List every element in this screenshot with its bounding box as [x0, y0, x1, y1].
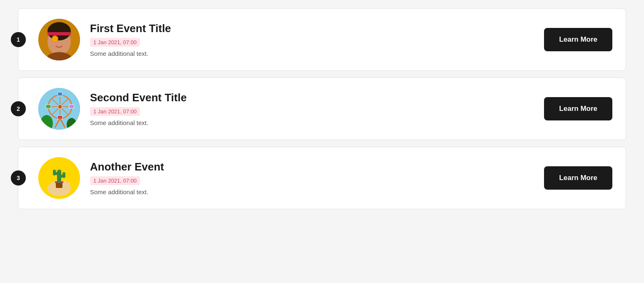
- event-number-1: 1: [11, 32, 26, 47]
- svg-point-20: [58, 105, 62, 109]
- event-avatar-2: [38, 88, 80, 130]
- event-avatar-3: [38, 157, 80, 199]
- learn-more-button-2[interactable]: Learn More: [544, 97, 612, 120]
- event-card-2: 2: [18, 78, 626, 140]
- event-number-3: 3: [11, 170, 26, 185]
- events-list: 1: [18, 8, 626, 209]
- event-description-1: Some additional text.: [90, 50, 531, 57]
- learn-more-button-1[interactable]: Learn More: [544, 28, 612, 51]
- svg-rect-24: [69, 105, 74, 108]
- event-action-1: Learn More: [544, 28, 612, 51]
- event-action-3: Learn More: [544, 166, 612, 190]
- event-title-3: Another Event: [90, 160, 531, 173]
- event-card-1: 1: [18, 8, 626, 71]
- svg-point-2: [47, 22, 71, 40]
- event-description-3: Some additional text.: [90, 188, 531, 195]
- svg-rect-23: [46, 105, 51, 108]
- event-number-2: 2: [11, 101, 26, 116]
- svg-rect-3: [47, 32, 71, 35]
- event-card-3: 3: [18, 147, 626, 209]
- event-title-1: First Event Title: [90, 22, 531, 35]
- event-action-2: Learn More: [544, 97, 612, 120]
- svg-rect-41: [62, 172, 65, 178]
- svg-rect-39: [53, 170, 56, 175]
- svg-rect-35: [56, 182, 62, 188]
- event-date-2: 1 Jan 2021, 07:00: [90, 107, 140, 116]
- event-avatar-1: [38, 19, 80, 60]
- event-info-2: Second Event Title 1 Jan 2021, 07:00 Som…: [90, 91, 531, 126]
- learn-more-button-3[interactable]: Learn More: [544, 166, 612, 190]
- event-title-2: Second Event Title: [90, 91, 531, 104]
- svg-rect-21: [57, 92, 62, 96]
- event-description-2: Some additional text.: [90, 119, 531, 126]
- event-date-3: 1 Jan 2021, 07:00: [90, 176, 140, 185]
- event-info-1: First Event Title 1 Jan 2021, 07:00 Some…: [90, 22, 531, 57]
- event-info-3: Another Event 1 Jan 2021, 07:00 Some add…: [90, 160, 531, 195]
- event-date-1: 1 Jan 2021, 07:00: [90, 38, 140, 47]
